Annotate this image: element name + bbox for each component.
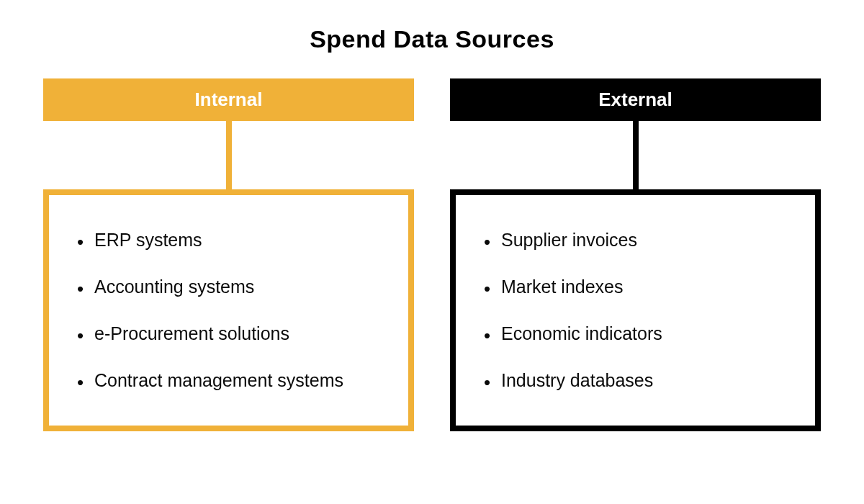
- list-item: ERP systems: [74, 217, 383, 264]
- external-list: Supplier invoices Market indexes Economi…: [481, 217, 790, 404]
- list-item: Accounting systems: [74, 264, 383, 310]
- list-item: Supplier invoices: [481, 217, 790, 264]
- external-content-box: Supplier invoices Market indexes Economi…: [450, 189, 821, 431]
- internal-list: ERP systems Accounting systems e-Procure…: [74, 217, 383, 404]
- diagram-title: Spend Data Sources: [43, 25, 821, 53]
- internal-column: Internal ERP systems Accounting systems …: [43, 78, 414, 431]
- external-column: External Supplier invoices Market indexe…: [450, 78, 821, 431]
- list-item: Economic indicators: [481, 310, 790, 357]
- list-item: Industry databases: [481, 357, 790, 404]
- external-header: External: [450, 78, 821, 121]
- columns-container: Internal ERP systems Accounting systems …: [43, 78, 821, 431]
- internal-content-box: ERP systems Accounting systems e-Procure…: [43, 189, 414, 431]
- list-item: Market indexes: [481, 264, 790, 310]
- list-item: e-Procurement solutions: [74, 310, 383, 357]
- internal-header: Internal: [43, 78, 414, 121]
- internal-connector: [226, 121, 232, 189]
- external-connector: [633, 121, 639, 189]
- list-item: Contract management systems: [74, 357, 383, 404]
